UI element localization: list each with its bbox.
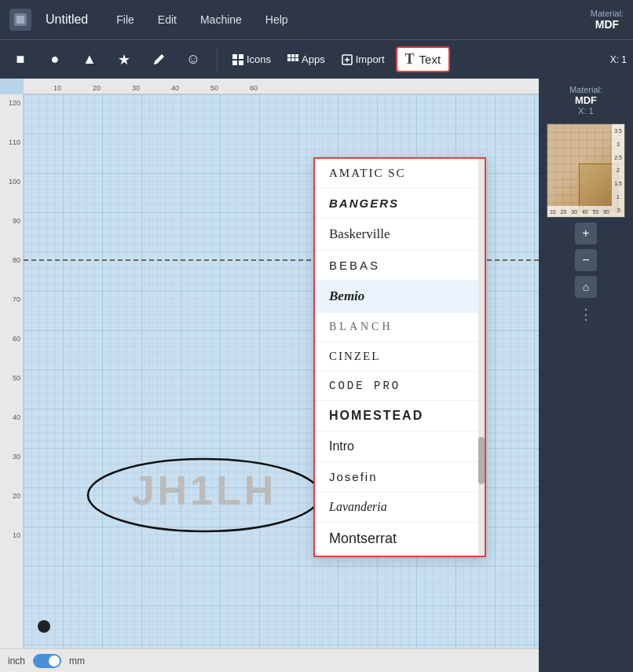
menu-file[interactable]: File bbox=[112, 10, 139, 29]
home-button[interactable]: ⌂ bbox=[575, 276, 597, 298]
right-panel-material: Material: MDF X: 1 bbox=[542, 85, 630, 116]
ruler-v-tick-110: 110 bbox=[9, 138, 20, 146]
svg-rect-4 bbox=[232, 61, 237, 65]
font-item-blanch[interactable]: BLANCH bbox=[315, 313, 485, 342]
svg-rect-5 bbox=[239, 61, 243, 65]
ruler-v-tick-120: 120 bbox=[9, 99, 20, 107]
canvas-area[interactable]: 10 20 30 40 50 60 120 110 100 90 80 70 6… bbox=[0, 79, 539, 672]
svg-rect-9 bbox=[287, 58, 291, 61]
material-display: Material: MDF bbox=[591, 9, 624, 31]
svg-rect-7 bbox=[291, 54, 295, 57]
menu-machine[interactable]: Machine bbox=[196, 10, 247, 29]
font-item-lavanderia[interactable]: Lavanderia bbox=[315, 492, 485, 523]
dropdown-scrollbar[interactable] bbox=[478, 159, 485, 556]
ruler-v-tick-40: 40 bbox=[13, 413, 20, 421]
ruler-horizontal: 10 20 30 40 50 60 bbox=[24, 79, 539, 94]
ruler-v-tick-80: 80 bbox=[13, 256, 20, 264]
unit-mm-label: mm bbox=[69, 655, 85, 666]
mini-preview: 3.532.521.51.5 102030405060 bbox=[547, 123, 625, 218]
material-label: Material: bbox=[591, 9, 624, 18]
preview-ruler: 3.532.521.51.5 bbox=[612, 124, 624, 217]
font-item-bebas[interactable]: BEBAS bbox=[315, 251, 485, 281]
ruler-v-tick-20: 20 bbox=[13, 492, 20, 500]
font-item-montserrat[interactable]: Montserrat bbox=[315, 523, 485, 556]
preview-ruler-bottom: 102030405060 bbox=[547, 206, 612, 217]
ruler-v-tick-90: 90 bbox=[13, 217, 20, 225]
circle-tool[interactable]: ● bbox=[41, 46, 69, 74]
ruler-v-tick-10: 10 bbox=[13, 531, 20, 539]
origin-dot bbox=[38, 620, 50, 633]
svg-rect-2 bbox=[232, 54, 237, 59]
ruler-v-tick-60: 60 bbox=[13, 335, 20, 343]
svg-rect-6 bbox=[287, 54, 291, 57]
text-tool-icon: T bbox=[405, 51, 415, 68]
menu-edit[interactable]: Edit bbox=[153, 10, 181, 29]
ruler-h-tick-20: 20 bbox=[93, 84, 101, 92]
ruler-h-tick-10: 10 bbox=[53, 84, 61, 92]
canvas-shape-container: JH1LH bbox=[86, 456, 322, 538]
vertical-menu[interactable]: ⋮ bbox=[579, 306, 593, 323]
font-item-bangers[interactable]: BANGERS bbox=[315, 189, 485, 218]
right-panel-material-value: MDF bbox=[542, 94, 630, 106]
scrollbar-thumb[interactable] bbox=[478, 437, 485, 484]
ruler-h-tick-40: 40 bbox=[171, 84, 179, 92]
triangle-tool[interactable]: ▲ bbox=[75, 46, 104, 74]
ruler-v-tick-70: 70 bbox=[13, 296, 20, 303]
ruler-h-tick-50: 50 bbox=[210, 84, 218, 92]
svg-rect-1 bbox=[16, 16, 24, 24]
unit-inch-label: inch bbox=[8, 655, 25, 666]
svg-rect-3 bbox=[239, 54, 243, 59]
font-dropdown[interactable]: Amatic SC BANGERS Baskerville BEBAS Bemi… bbox=[313, 157, 486, 557]
ruler-vertical: 120 110 100 90 80 70 60 50 40 30 20 10 bbox=[0, 94, 24, 672]
switch-track[interactable] bbox=[33, 654, 61, 668]
toolbar-right-info: X: 1 bbox=[610, 54, 627, 65]
switch-thumb bbox=[49, 655, 60, 666]
ruler-v-tick-30: 30 bbox=[13, 453, 20, 461]
font-item-josefin[interactable]: Josefin bbox=[315, 462, 485, 492]
pen-tool[interactable] bbox=[145, 46, 173, 74]
smiley-tool[interactable]: ☺ bbox=[179, 46, 207, 74]
icons-tool[interactable]: Icons bbox=[227, 46, 276, 74]
unit-toggle[interactable] bbox=[33, 654, 61, 668]
font-item-amatic[interactable]: Amatic SC bbox=[315, 159, 485, 189]
text-tool-button[interactable]: T Text bbox=[396, 46, 451, 72]
menu-bar: File Edit Machine Help bbox=[112, 10, 292, 29]
star-tool[interactable]: ★ bbox=[110, 46, 138, 74]
app-logo bbox=[9, 9, 31, 31]
main-content: 10 20 30 40 50 60 120 110 100 90 80 70 6… bbox=[0, 79, 633, 672]
window-title: Untitled bbox=[46, 13, 88, 27]
ruler-h-tick-60: 60 bbox=[250, 84, 258, 92]
font-item-intro[interactable]: Intro bbox=[315, 431, 485, 462]
canvas-text: JH1LH bbox=[132, 468, 277, 513]
right-panel-x-coord: X: 1 bbox=[542, 106, 630, 116]
font-item-cinzel[interactable]: Cinzel bbox=[315, 342, 485, 372]
ruler-v-tick-50: 50 bbox=[13, 374, 20, 382]
font-item-codepro[interactable]: CODE PRO bbox=[315, 372, 485, 401]
square-tool[interactable]: ■ bbox=[6, 46, 35, 74]
x-coord-label: X: 1 bbox=[610, 54, 627, 65]
ruler-v-tick-100: 100 bbox=[9, 178, 20, 185]
font-item-homestead[interactable]: HOMESTEAD bbox=[315, 401, 485, 431]
font-item-bemio[interactable]: Bemio bbox=[315, 281, 485, 313]
material-value: MDF bbox=[591, 18, 624, 31]
right-panel: Material: MDF X: 1 3.532.521.51.5 102030… bbox=[539, 79, 633, 672]
bottom-bar: inch mm bbox=[0, 648, 539, 672]
font-item-baskerville[interactable]: Baskerville bbox=[315, 218, 485, 251]
zoom-in-button[interactable]: + bbox=[575, 222, 597, 244]
ruler-h-tick-30: 30 bbox=[132, 84, 140, 92]
svg-rect-11 bbox=[295, 58, 298, 61]
canvas-ellipse[interactable]: JH1LH bbox=[86, 456, 322, 534]
toolbar: ■ ● ▲ ★ ☺ Icons Apps Import T Text X: 1 bbox=[0, 39, 633, 79]
titlebar: Untitled File Edit Machine Help Material… bbox=[0, 0, 633, 39]
menu-help[interactable]: Help bbox=[261, 10, 293, 29]
svg-rect-8 bbox=[295, 54, 298, 57]
import-tool[interactable]: Import bbox=[336, 46, 390, 74]
preview-image: 3.532.521.51.5 102030405060 bbox=[547, 124, 624, 217]
svg-rect-10 bbox=[291, 58, 295, 61]
apps-tool[interactable]: Apps bbox=[282, 46, 330, 74]
right-panel-material-label: Material: bbox=[542, 85, 630, 94]
zoom-out-button[interactable]: − bbox=[575, 249, 597, 271]
text-tool-label: Text bbox=[419, 53, 441, 66]
divider-1 bbox=[217, 48, 218, 72]
